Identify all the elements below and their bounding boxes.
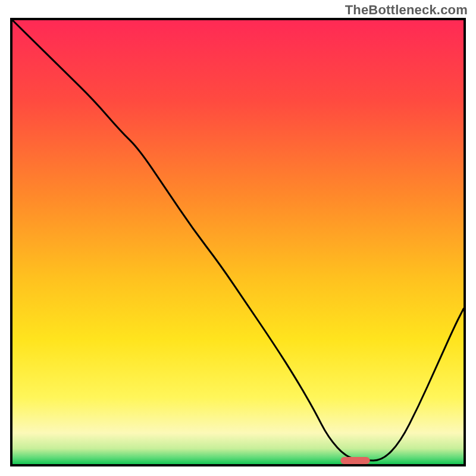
- plot-area: [12, 20, 464, 464]
- chart-frame: TheBottleneck.com: [0, 0, 476, 476]
- watermark-label: TheBottleneck.com: [345, 2, 468, 18]
- plot-svg: [12, 20, 464, 464]
- plot-border: [10, 18, 466, 466]
- optimal-marker: [340, 457, 369, 464]
